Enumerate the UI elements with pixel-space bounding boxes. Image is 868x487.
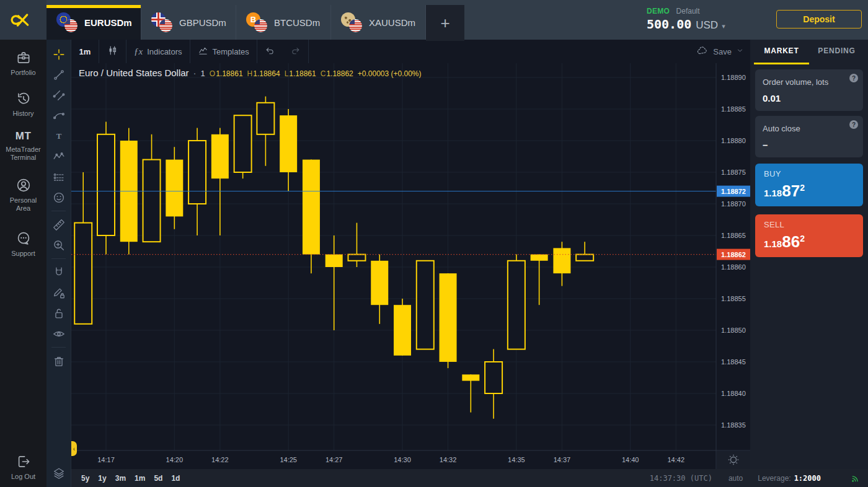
undo-button[interactable]: [257, 40, 283, 63]
eu-us-flag-icon: [56, 12, 78, 33]
undo-icon: [265, 45, 275, 58]
chart-type-button[interactable]: [99, 40, 126, 63]
tool-multi-line-icon[interactable]: [46, 85, 71, 105]
order-volume-label: Order volume, lots: [763, 77, 856, 87]
auto-close-card[interactable]: Auto close – ?: [755, 116, 863, 157]
symbol-tab-BTCUSDm[interactable]: BBTCUSDm: [236, 5, 331, 40]
range-1m[interactable]: 1m: [135, 474, 145, 483]
svg-text:1.18880: 1.18880: [721, 137, 746, 144]
btc-us-flag-icon: B: [246, 12, 268, 33]
order-tab-pending[interactable]: PENDING: [809, 40, 864, 64]
svg-text:14:30: 14:30: [394, 456, 411, 463]
chevron-down-icon: ▾: [722, 22, 725, 30]
add-symbol-tab-button[interactable]: +: [426, 5, 464, 41]
auto-scale-toggle[interactable]: auto: [728, 474, 743, 483]
xau-us-flag-icon: [341, 12, 363, 33]
order-volume-value[interactable]: 0.01: [763, 93, 856, 103]
chart-panel: 1m ƒx Indicators Templates Save: [71, 40, 750, 469]
order-volume-card[interactable]: Order volume, lots 0.01 ?: [755, 69, 863, 111]
tool-projection-icon[interactable]: [46, 167, 71, 187]
sidebar-item-label: History: [3, 110, 44, 118]
symbol-tabs: EURUSDmGBPUSDmBBTCUSDmXAUUSDm+: [46, 0, 464, 40]
templates-button[interactable]: Templates: [190, 40, 257, 63]
range-5d[interactable]: 5d: [154, 474, 162, 483]
tool-hide-drawings-icon[interactable]: [46, 323, 71, 344]
exness-logo[interactable]: [0, 0, 46, 40]
ask-price-badge: 1.18872: [717, 186, 750, 197]
save-layout-button[interactable]: Save: [696, 40, 744, 63]
sidebar-item-label: MetaTrader Terminal: [3, 146, 44, 162]
candles-icon: [107, 45, 118, 58]
symbol-tab-EURUSDm[interactable]: EURUSDm: [46, 5, 141, 40]
low-value: 1.18861: [289, 69, 316, 78]
symbol-tab-GBPUSDm[interactable]: GBPUSDm: [141, 5, 236, 40]
deposit-button[interactable]: Deposit: [776, 10, 862, 29]
help-icon[interactable]: ?: [849, 74, 858, 82]
price-chart[interactable]: 1.188901.188851.188801.188751.188701.188…: [71, 63, 750, 469]
tool-trend-line-icon[interactable]: [46, 64, 71, 85]
range-1y[interactable]: 1y: [98, 474, 106, 483]
tool-draw-lock-icon[interactable]: [46, 283, 71, 303]
tool-lock-all-icon[interactable]: [46, 303, 71, 323]
templates-label: Templates: [213, 47, 249, 56]
collapse-panel-handle[interactable]: ‹: [71, 441, 77, 456]
save-label: Save: [713, 47, 732, 56]
leverage-value: 1:2000: [794, 474, 821, 483]
symbol-tab-label: EURUSDm: [84, 17, 132, 28]
sidebar-item-support[interactable]: Support: [0, 230, 46, 258]
sidebar-item-metatrader-terminal[interactable]: MTMetaTrader Terminal: [0, 130, 46, 162]
svg-text:14:25: 14:25: [280, 456, 297, 463]
bid-price-badge: 1.18862: [717, 249, 750, 260]
svg-text:14:17: 14:17: [97, 456, 115, 463]
portfolio-icon: [16, 50, 32, 66]
svg-text:1.18885: 1.18885: [721, 105, 746, 113]
sidebar-item-logout[interactable]: Log Out: [0, 454, 46, 481]
tool-emoji-icon[interactable]: [46, 187, 71, 208]
tool-pattern-icon[interactable]: [46, 146, 71, 167]
svg-text:1.18862: 1.18862: [721, 251, 746, 258]
symbol-tab-label: GBPUSDm: [179, 17, 226, 28]
symbol-tab-XAUUSDm[interactable]: XAUUSDm: [331, 5, 426, 40]
chart-settings-icon[interactable]: [717, 451, 750, 469]
tool-crosshair-icon[interactable]: [46, 44, 71, 64]
interval-button[interactable]: 1m: [71, 40, 99, 63]
sidebar-item-history[interactable]: History: [0, 90, 46, 118]
indicators-label: Indicators: [147, 47, 182, 56]
account-switcher[interactable]: DEMO Default 500.00 USD ▾: [647, 7, 725, 32]
order-tab-market[interactable]: MARKET: [754, 40, 809, 64]
tool-text-icon[interactable]: T: [46, 126, 71, 146]
gb-us-flag-icon: [151, 12, 173, 33]
cloud-icon: [696, 45, 709, 59]
buy-button[interactable]: BUY 1.18872: [755, 164, 863, 206]
close-value: 1.18862: [326, 69, 353, 78]
range-5y[interactable]: 5y: [81, 474, 89, 483]
range-1d[interactable]: 1d: [171, 474, 180, 483]
tool-remove-drawings-icon[interactable]: [46, 351, 71, 371]
high-value: 1.18864: [253, 69, 280, 78]
tool-zoom-in-icon[interactable]: [46, 235, 71, 255]
topbar: EURUSDmGBPUSDmBBTCUSDmXAUUSDm+ DEMO Defa…: [46, 0, 868, 40]
symbol-tab-label: XAUUSDm: [369, 17, 415, 28]
svg-text:1.18855: 1.18855: [721, 295, 746, 302]
account-currency: USD: [696, 19, 718, 32]
tool-magnet-icon[interactable]: [46, 262, 71, 283]
fx-icon: ƒx: [134, 46, 143, 57]
tool-ruler-icon[interactable]: [46, 214, 71, 235]
help-icon[interactable]: ?: [849, 120, 858, 129]
range-3m[interactable]: 3m: [115, 474, 126, 483]
tool-object-tree-icon[interactable]: [46, 463, 71, 483]
sidebar-item-portfolio[interactable]: Portfolio: [0, 50, 46, 77]
tool-curve-icon[interactable]: [46, 105, 71, 126]
sidebar-item-personal-area[interactable]: Personal Area: [0, 177, 46, 213]
sell-price: 1.18862: [764, 230, 854, 252]
utc-clock[interactable]: 14:37:30 (UTC): [650, 474, 712, 483]
svg-text:14:27: 14:27: [326, 456, 343, 463]
redo-button[interactable]: [283, 40, 308, 63]
sell-button[interactable]: SELL 1.18862: [755, 214, 863, 257]
templates-icon: [198, 45, 208, 58]
indicators-button[interactable]: ƒx Indicators: [126, 40, 190, 63]
symbol-name[interactable]: Euro / United States Dollar: [79, 68, 189, 78]
redo-icon: [290, 45, 301, 58]
auto-close-value[interactable]: –: [763, 139, 856, 150]
sidebar-item-label: Log Out: [3, 473, 44, 481]
